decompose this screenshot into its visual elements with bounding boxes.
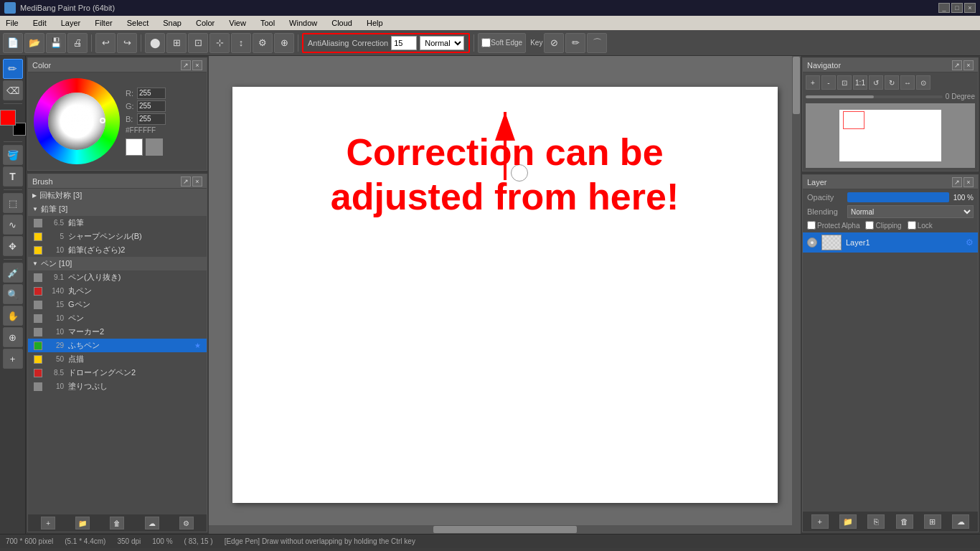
vscroll-thumb[interactable] [793, 57, 800, 114]
navigator-controls[interactable]: ↗ × [952, 60, 974, 70]
brush-cloud-button[interactable]: ☁ [145, 517, 159, 529]
navigator-close[interactable]: × [963, 60, 974, 70]
layer-folder-button[interactable]: 📁 [839, 514, 857, 529]
open-button[interactable]: 📂 [24, 33, 44, 53]
brush-category-pencil[interactable]: ▼ 鉛筆 [3] [28, 202, 207, 216]
clipping-checkbox[interactable]: Clipping [865, 221, 901, 230]
pen2-icon[interactable]: ⌒ [587, 33, 607, 53]
selection-button[interactable]: ⊹ [209, 33, 230, 53]
layer-copy-button[interactable]: ⎘ [867, 514, 885, 529]
nav-actual[interactable]: 1:1 [853, 75, 867, 90]
layer-panel-expand[interactable]: ↗ [952, 177, 962, 187]
brush-item-pen6[interactable]: 29 ふちペン ★ [28, 339, 207, 352]
zoom-tool[interactable]: 🔍 [3, 284, 23, 304]
brush-item-pen4[interactable]: 10 ペン [28, 311, 207, 325]
pen-icon[interactable]: ✏ [565, 33, 585, 53]
menu-filter[interactable]: Filter [92, 19, 115, 27]
brush-category-rotation[interactable]: ▶ 回転対称 [3] [28, 189, 207, 202]
add-tool[interactable]: + [3, 349, 23, 369]
color-wheel[interactable] [34, 78, 120, 164]
layer-cloud-button[interactable]: ☁ [952, 514, 969, 529]
brush-item-pen5[interactable]: 10 マーカー2 [28, 325, 207, 339]
brush-item-pen7[interactable]: 50 点描 [28, 352, 207, 366]
grid-button[interactable]: ⊞ [166, 33, 187, 53]
menu-file[interactable]: File [3, 19, 22, 27]
color-preview-grey[interactable] [146, 138, 163, 156]
brush-item-pen8[interactable]: 8.5 ドローイングペン2 [28, 366, 207, 380]
blending-select[interactable]: Normal [847, 205, 974, 218]
save-button[interactable]: 💾 [46, 33, 66, 53]
protect-alpha-check[interactable] [807, 221, 816, 230]
menu-color[interactable]: Color [193, 19, 217, 27]
key-icon[interactable]: ⊘ [544, 33, 564, 53]
new-button[interactable]: 📄 [3, 33, 23, 53]
brush-item-pencil3[interactable]: 10 鉛筆(ざらざら)2 [28, 243, 207, 257]
layer-delete-button[interactable]: 🗑 [896, 514, 913, 529]
nav-reset[interactable]: ⊙ [916, 75, 930, 90]
nav-zoom-in[interactable]: + [806, 75, 820, 90]
window-controls[interactable]: _ □ × [938, 3, 976, 13]
warp-button[interactable]: ↕ [231, 33, 251, 53]
lock-check[interactable] [908, 221, 916, 230]
brush-category-pen[interactable]: ▼ ペン [10] [28, 257, 207, 270]
foreground-color-swatch[interactable] [0, 110, 16, 126]
lock-checkbox[interactable]: Lock [908, 221, 933, 230]
nav-rotate-r[interactable]: ↻ [885, 75, 899, 90]
layer-gear-1[interactable]: ⚙ [966, 237, 974, 248]
menu-edit[interactable]: Edit [30, 19, 50, 27]
menu-help[interactable]: Help [364, 19, 386, 27]
canvas-hscroll[interactable] [209, 525, 801, 534]
menu-snap[interactable]: Snap [160, 19, 184, 27]
brush-item-pen3[interactable]: 15 Gペン [28, 298, 207, 311]
navigator-expand[interactable]: ↗ [952, 60, 962, 70]
menu-select[interactable]: Select [124, 19, 152, 27]
brush-item-pencil2[interactable]: 5 シャープペンシル(B) [28, 230, 207, 243]
nav-fit[interactable]: ⊡ [837, 75, 852, 90]
canvas[interactable]: Correction can be adjusted from here! [232, 87, 778, 503]
brush-panel-expand[interactable]: ↗ [181, 176, 191, 187]
text-tool[interactable]: T [3, 166, 23, 187]
grid2-button[interactable]: ⊡ [188, 33, 208, 53]
color-panel-close[interactable]: × [192, 60, 202, 70]
correction-select[interactable]: Normal [420, 36, 464, 50]
protect-alpha-checkbox[interactable]: Protect Alpha [807, 221, 859, 230]
eyedropper-tool[interactable]: 💉 [3, 263, 23, 283]
layer-panel-controls[interactable]: ↗ × [952, 177, 974, 187]
minimize-button[interactable]: _ [938, 3, 950, 13]
more-button[interactable]: ⊕ [274, 33, 294, 53]
menu-window[interactable]: Window [286, 19, 320, 27]
nav-zoom-out[interactable]: - [821, 75, 836, 90]
hand-tool[interactable]: ✋ [3, 306, 23, 326]
lasso-tool[interactable]: ∿ [3, 215, 23, 235]
brush-delete-button[interactable]: 🗑 [110, 517, 124, 529]
navigator-slider[interactable] [806, 95, 943, 98]
print-button[interactable]: 🖨 [67, 33, 88, 53]
navigator-preview[interactable] [806, 103, 975, 168]
settings-button[interactable]: ⚙ [253, 33, 273, 53]
menu-view[interactable]: View [226, 19, 249, 27]
menu-layer[interactable]: Layer [58, 19, 84, 27]
fill-button[interactable]: ⬤ [145, 33, 165, 53]
soft-edge-check[interactable] [481, 38, 491, 47]
brush-settings2-button[interactable]: ⚙ [179, 517, 194, 529]
redo-button[interactable]: ↪ [117, 33, 137, 53]
brush-item-pen1[interactable]: 9.1 ペン(入り抜き) [28, 270, 207, 284]
move-tool[interactable]: ✥ [3, 236, 23, 256]
nav-flip[interactable]: ↔ [900, 75, 915, 90]
nav-rotate-l[interactable]: ↺ [869, 75, 883, 90]
layer-item-1[interactable]: ● Layer1 ⚙ [803, 232, 978, 253]
clipping-check[interactable] [865, 221, 874, 230]
maximize-button[interactable]: □ [951, 3, 963, 13]
soft-edge-checkbox[interactable]: Soft Edge [478, 33, 526, 53]
canvas-vscroll[interactable] [792, 56, 801, 525]
color-panel-expand[interactable]: ↗ [181, 60, 191, 70]
snap-tool[interactable]: ⊕ [3, 327, 23, 347]
correction-input[interactable] [391, 36, 417, 50]
layer-visibility-1[interactable]: ● [807, 237, 817, 248]
opacity-bar[interactable] [847, 192, 949, 202]
menu-cloud[interactable]: Cloud [329, 19, 355, 27]
hscroll-thumb[interactable] [433, 526, 577, 533]
brush-item-pencil1[interactable]: 6.5 鉛筆 [28, 216, 207, 230]
brush-add-button[interactable]: + [41, 517, 55, 529]
brush-panel-controls[interactable]: ↗ × [181, 176, 202, 187]
